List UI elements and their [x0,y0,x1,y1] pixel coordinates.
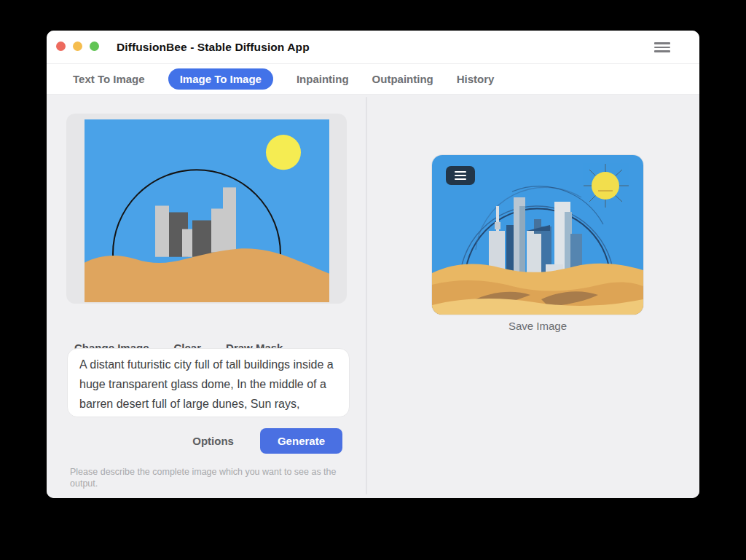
minimize-button[interactable] [73,42,82,51]
hamburger-menu-icon[interactable] [654,40,670,55]
tab-bar: Text To Image Image To Image Inpainting … [47,64,699,95]
main-content: Change Image Clear Draw Mask A distant f… [47,95,699,498]
zoom-button[interactable] [90,42,99,51]
generate-row: Options Generate [67,428,342,454]
prompt-helper-text: Please describe the complete image which… [70,466,348,489]
desktop-background: DiffusionBee - Stable Diffusion App Text… [0,0,746,560]
generated-image-card [432,155,643,315]
options-button[interactable]: Options [192,435,234,447]
save-image-button[interactable]: Save Image [432,320,643,332]
tab-history[interactable]: History [457,73,495,85]
tab-text-to-image[interactable]: Text To Image [73,73,145,85]
close-button[interactable] [56,42,66,51]
traffic-lights [56,42,99,51]
tab-outpainting[interactable]: Outpainting [372,73,433,85]
input-image-card [66,114,347,304]
tab-image-to-image[interactable]: Image To Image [168,68,273,90]
input-image-preview [85,119,329,302]
window-title: DiffusionBee - Stable Diffusion App [117,41,310,54]
app-window: DiffusionBee - Stable Diffusion App Text… [47,31,699,498]
panel-divider [366,97,367,494]
generate-button[interactable]: Generate [260,428,342,454]
prompt-input[interactable]: A distant futuristic city full of tall b… [67,348,350,417]
title-bar: DiffusionBee - Stable Diffusion App [47,31,699,64]
result-menu-icon[interactable] [446,166,475,185]
tab-inpainting[interactable]: Inpainting [297,73,349,85]
